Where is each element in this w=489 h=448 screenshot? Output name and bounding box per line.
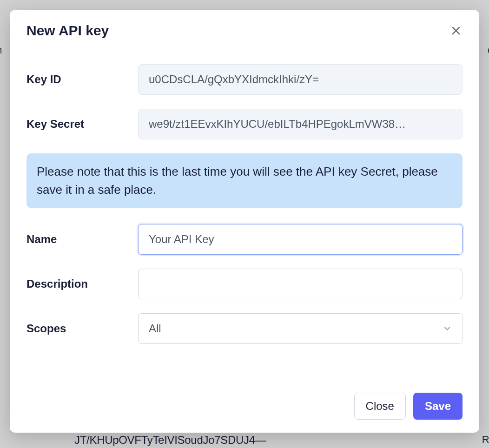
- description-input[interactable]: [138, 269, 463, 299]
- description-row: Description: [26, 269, 463, 299]
- modal-header: New API key: [10, 10, 479, 50]
- name-label: Name: [26, 233, 138, 246]
- name-input[interactable]: [138, 224, 463, 255]
- description-label: Description: [26, 277, 138, 290]
- scopes-label: Scopes: [26, 322, 138, 335]
- key-secret-row: Key Secret we9t/zt1EEvxKIhYUCU/ebILTb4HP…: [26, 109, 463, 139]
- key-secret-value[interactable]: we9t/zt1EEvxKIhYUCU/ebILTb4HPEgokLmVW38…: [138, 109, 463, 139]
- chevron-down-icon: [443, 324, 452, 333]
- modal-footer: Close Save: [10, 383, 479, 433]
- save-button[interactable]: Save: [413, 393, 463, 420]
- new-api-key-modal: New API key Key ID u0CDsCLA/gQxbYXIdmckI…: [10, 10, 479, 433]
- name-row: Name: [26, 224, 463, 255]
- key-secret-label: Key Secret: [26, 118, 138, 131]
- background-text-fragment: on: [0, 44, 2, 56]
- scopes-selected-value: All: [149, 322, 161, 335]
- close-icon[interactable]: [449, 24, 463, 37]
- background-text-fragment: JT/KHUpOVFTyTeIVISoudJo7SDUJ4—: [74, 434, 266, 447]
- key-id-row: Key ID u0CDsCLA/gQxbYXIdmckIhki/zY=: [26, 64, 463, 95]
- scopes-row: Scopes All: [26, 313, 463, 344]
- modal-body: Key ID u0CDsCLA/gQxbYXIdmckIhki/zY= Key …: [10, 50, 479, 383]
- background-text-fragment: Rea: [482, 434, 489, 446]
- modal-title: New API key: [26, 23, 109, 39]
- scopes-select[interactable]: All: [138, 313, 463, 344]
- close-button[interactable]: Close: [354, 393, 406, 420]
- key-id-value[interactable]: u0CDsCLA/gQxbYXIdmckIhki/zY=: [138, 64, 463, 95]
- key-id-label: Key ID: [26, 73, 138, 86]
- secret-warning-notice: Please note that this is the last time y…: [26, 153, 463, 208]
